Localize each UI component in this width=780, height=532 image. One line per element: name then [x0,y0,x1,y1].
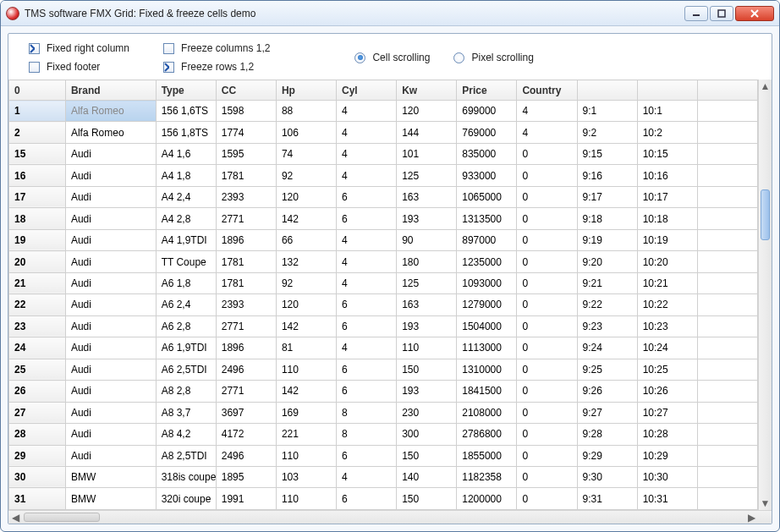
col-header[interactable]: Country [517,80,577,101]
grid-cell[interactable]: 22 [9,294,66,315]
grid-cell[interactable]: 90 [397,229,457,250]
grid-cell[interactable]: 4172 [216,424,276,445]
grid-cell[interactable]: 9:30 [577,466,637,487]
grid-cell[interactable] [697,208,757,229]
horizontal-scroll-thumb[interactable] [24,513,100,522]
grid-cell[interactable]: 1598 [216,101,276,122]
grid-cell[interactable]: 2771 [216,208,276,229]
grid-cell[interactable]: 92 [276,165,336,186]
grid-cell[interactable]: 2496 [216,359,276,380]
table-row[interactable]: 30BMW318is coupe18951034140118235809:301… [9,466,758,487]
grid-cell[interactable]: Audi [65,337,156,359]
grid-cell[interactable]: 9:22 [577,294,637,315]
grid-cell[interactable]: Audi [65,272,156,293]
grid-cell[interactable]: 10:27 [637,402,697,423]
grid-cell[interactable]: Audi [65,315,156,337]
grid-cell[interactable]: 29 [9,445,66,466]
grid-cell[interactable]: 1235000 [457,251,517,272]
table-row[interactable]: 23AudiA6 2,827711426193150400009:2310:23 [9,315,758,337]
grid-cell[interactable] [697,165,757,186]
grid-cell[interactable]: 150 [397,359,457,380]
grid-cell[interactable]: 9:20 [577,251,637,272]
grid-cell[interactable]: 0 [517,466,577,487]
grid-cell[interactable]: 4 [337,122,397,143]
grid-cell[interactable] [697,466,757,487]
grid-cell[interactable]: 1113000 [457,337,517,359]
grid-cell[interactable]: 10:18 [637,208,697,229]
grid-cell[interactable]: 2496 [216,445,276,466]
grid-cell[interactable]: 156 1,8TS [156,122,216,143]
grid-cell[interactable]: 1896 [216,337,276,359]
grid-cell[interactable]: 6 [337,381,397,402]
grid-cell[interactable] [697,381,757,402]
grid-cell[interactable]: 163 [397,294,457,315]
col-header[interactable]: Cyl [337,80,397,101]
grid-cell[interactable]: Audi [65,424,156,445]
grid-cell[interactable]: A8 2,8 [156,381,216,402]
col-header[interactable]: Hp [276,80,336,101]
checkbox-fixed-right-column[interactable]: Fixed right column [29,42,129,54]
grid-cell[interactable]: 24 [9,337,66,359]
minimize-button[interactable] [684,6,708,21]
grid-cell[interactable]: A4 2,4 [156,186,216,207]
grid-cell[interactable]: 125 [397,272,457,293]
grid-cell[interactable]: 699000 [457,101,517,122]
col-header[interactable] [577,80,637,101]
grid-cell[interactable]: 4 [517,101,577,122]
grid-cell[interactable] [697,143,757,164]
grid-cell[interactable]: 9:1 [577,101,637,122]
grid-cell[interactable]: 19 [9,229,66,250]
grid-cell[interactable]: 103 [276,466,336,487]
grid-cell[interactable]: 835000 [457,143,517,164]
checkbox-freeze-columns[interactable]: Freeze columns 1,2 [163,42,270,54]
grid-cell[interactable]: 0 [517,488,577,510]
grid-cell[interactable]: 110 [397,337,457,359]
grid-cell[interactable]: 20 [9,251,66,272]
grid-cell[interactable]: 1896 [216,229,276,250]
grid-cell[interactable]: 6 [337,208,397,229]
grid-cell[interactable]: 110 [276,359,336,380]
grid-cell[interactable]: 4 [337,251,397,272]
grid-cell[interactable] [697,488,757,510]
grid-cell[interactable]: 9:24 [577,337,637,359]
grid-cell[interactable]: 9:18 [577,208,637,229]
col-header[interactable]: Price [457,80,517,101]
grid-cell[interactable]: A6 2,8 [156,315,216,337]
col-header[interactable]: CC [216,80,276,101]
grid-cell[interactable]: A6 1,8 [156,272,216,293]
grid-cell[interactable] [697,101,757,122]
grid-cell[interactable]: 142 [276,315,336,337]
grid-cell[interactable]: 169 [276,402,336,423]
grid-cell[interactable]: 193 [397,208,457,229]
grid-cell[interactable]: 6 [337,315,397,337]
grid-cell[interactable]: 2771 [216,315,276,337]
grid-cell[interactable]: 15 [9,143,66,164]
grid-cell[interactable]: A6 2,5TDI [156,359,216,380]
grid-cell[interactable]: 1313500 [457,208,517,229]
grid-cell[interactable]: 110 [276,488,336,510]
col-header[interactable]: Brand [65,80,156,101]
grid-cell[interactable]: 10:19 [637,229,697,250]
grid-cell[interactable]: 2393 [216,186,276,207]
grid-cell[interactable]: 10:24 [637,337,697,359]
grid-cell[interactable]: Alfa Romeo [65,101,156,122]
grid-cell[interactable]: A6 1,9TDI [156,337,216,359]
grid-cell[interactable]: TT Coupe [156,251,216,272]
grid-cell[interactable]: 6 [337,445,397,466]
grid-cell[interactable]: 230 [397,402,457,423]
grid-cell[interactable]: 4 [337,337,397,359]
grid-cell[interactable]: 9:31 [577,488,637,510]
grid-cell[interactable]: 10:29 [637,445,697,466]
grid-cell[interactable]: Audi [65,294,156,315]
table-row[interactable]: 27AudiA8 3,736971698230210800009:2710:27 [9,402,758,423]
grid-cell[interactable]: 1065000 [457,186,517,207]
grid-cell[interactable]: A4 1,8 [156,165,216,186]
grid-cell[interactable]: 4 [337,466,397,487]
grid-cell[interactable]: 10:26 [637,381,697,402]
grid-cell[interactable] [697,122,757,143]
grid-cell[interactable]: 4 [517,122,577,143]
grid-cell[interactable]: 897000 [457,229,517,250]
grid-cell[interactable]: 6 [337,488,397,510]
grid-cell[interactable]: 0 [517,251,577,272]
col-header[interactable]: Kw [397,80,457,101]
